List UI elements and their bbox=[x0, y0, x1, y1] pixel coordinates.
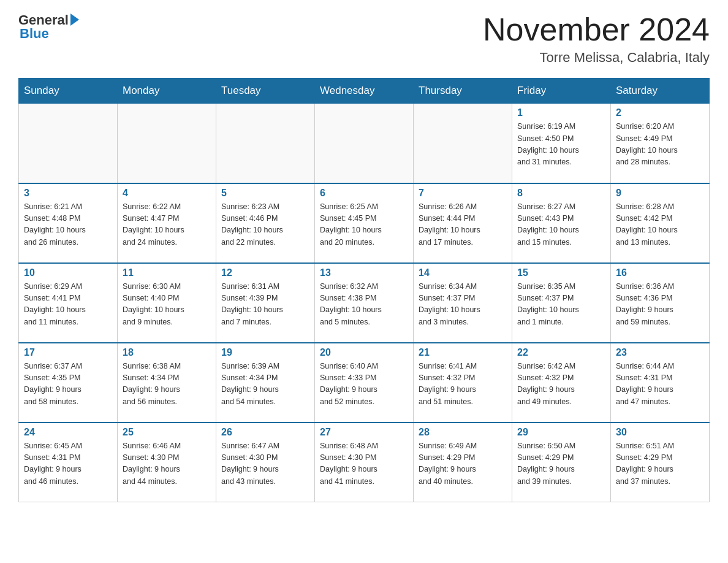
day-number: 11 bbox=[123, 267, 211, 278]
day-info: Sunrise: 6:26 AM Sunset: 4:44 PM Dayligh… bbox=[419, 201, 507, 249]
day-info: Sunrise: 6:48 AM Sunset: 4:30 PM Dayligh… bbox=[320, 440, 408, 488]
day-info: Sunrise: 6:37 AM Sunset: 4:35 PM Dayligh… bbox=[24, 361, 112, 408]
logo-blue: Blue bbox=[18, 26, 49, 42]
header: General Blue November 2024 Torre Melissa… bbox=[18, 12, 710, 66]
calendar-subtitle: Torre Melissa, Calabria, Italy bbox=[483, 50, 710, 66]
day-info: Sunrise: 6:23 AM Sunset: 4:46 PM Dayligh… bbox=[221, 201, 309, 249]
calendar-cell: 11Sunrise: 6:30 AM Sunset: 4:40 PM Dayli… bbox=[118, 263, 216, 343]
calendar-cell: 27Sunrise: 6:48 AM Sunset: 4:30 PM Dayli… bbox=[315, 423, 414, 502]
calendar-cell: 10Sunrise: 6:29 AM Sunset: 4:41 PM Dayli… bbox=[19, 263, 118, 343]
day-info: Sunrise: 6:36 AM Sunset: 4:36 PM Dayligh… bbox=[616, 281, 704, 329]
header-tuesday: Tuesday bbox=[216, 79, 315, 104]
day-number: 15 bbox=[517, 267, 605, 278]
calendar-cell bbox=[414, 104, 512, 183]
header-thursday: Thursday bbox=[414, 79, 512, 104]
calendar-cell: 28Sunrise: 6:49 AM Sunset: 4:29 PM Dayli… bbox=[414, 423, 512, 502]
calendar-cell: 6Sunrise: 6:25 AM Sunset: 4:45 PM Daylig… bbox=[315, 183, 414, 263]
day-number: 24 bbox=[24, 427, 112, 438]
page: General Blue November 2024 Torre Melissa… bbox=[0, 0, 728, 515]
calendar-cell bbox=[315, 104, 414, 183]
day-info: Sunrise: 6:45 AM Sunset: 4:31 PM Dayligh… bbox=[24, 440, 112, 488]
day-info: Sunrise: 6:21 AM Sunset: 4:48 PM Dayligh… bbox=[24, 201, 112, 249]
logo-arrow bbox=[70, 13, 79, 26]
calendar-cell: 12Sunrise: 6:31 AM Sunset: 4:39 PM Dayli… bbox=[216, 263, 315, 343]
day-info: Sunrise: 6:42 AM Sunset: 4:32 PM Dayligh… bbox=[517, 361, 605, 408]
day-info: Sunrise: 6:31 AM Sunset: 4:39 PM Dayligh… bbox=[221, 281, 309, 329]
day-number: 20 bbox=[320, 347, 408, 358]
day-number: 27 bbox=[320, 427, 408, 438]
calendar-cell: 23Sunrise: 6:44 AM Sunset: 4:31 PM Dayli… bbox=[611, 343, 710, 423]
day-info: Sunrise: 6:22 AM Sunset: 4:47 PM Dayligh… bbox=[123, 201, 211, 249]
day-number: 23 bbox=[616, 347, 704, 358]
calendar-cell: 5Sunrise: 6:23 AM Sunset: 4:46 PM Daylig… bbox=[216, 183, 315, 263]
calendar-cell bbox=[216, 104, 315, 183]
title-block: November 2024 Torre Melissa, Calabria, I… bbox=[483, 12, 710, 66]
calendar-cell: 16Sunrise: 6:36 AM Sunset: 4:36 PM Dayli… bbox=[611, 263, 710, 343]
day-number: 10 bbox=[24, 267, 112, 278]
calendar-cell: 15Sunrise: 6:35 AM Sunset: 4:37 PM Dayli… bbox=[512, 263, 611, 343]
calendar-week-row: 24Sunrise: 6:45 AM Sunset: 4:31 PM Dayli… bbox=[19, 423, 710, 502]
calendar-cell bbox=[118, 104, 216, 183]
day-info: Sunrise: 6:32 AM Sunset: 4:38 PM Dayligh… bbox=[320, 281, 408, 329]
calendar-cell: 1Sunrise: 6:19 AM Sunset: 4:50 PM Daylig… bbox=[512, 104, 611, 183]
calendar-cell: 8Sunrise: 6:27 AM Sunset: 4:43 PM Daylig… bbox=[512, 183, 611, 263]
day-number: 28 bbox=[419, 427, 507, 438]
calendar-cell: 17Sunrise: 6:37 AM Sunset: 4:35 PM Dayli… bbox=[19, 343, 118, 423]
day-info: Sunrise: 6:46 AM Sunset: 4:30 PM Dayligh… bbox=[123, 440, 211, 488]
calendar-week-row: 3Sunrise: 6:21 AM Sunset: 4:48 PM Daylig… bbox=[19, 183, 710, 263]
calendar-cell: 26Sunrise: 6:47 AM Sunset: 4:30 PM Dayli… bbox=[216, 423, 315, 502]
day-number: 12 bbox=[221, 267, 309, 278]
day-number: 22 bbox=[517, 347, 605, 358]
day-number: 3 bbox=[24, 188, 112, 199]
calendar-week-row: 1Sunrise: 6:19 AM Sunset: 4:50 PM Daylig… bbox=[19, 104, 710, 183]
day-info: Sunrise: 6:35 AM Sunset: 4:37 PM Dayligh… bbox=[517, 281, 605, 329]
calendar-cell: 25Sunrise: 6:46 AM Sunset: 4:30 PM Dayli… bbox=[118, 423, 216, 502]
day-number: 13 bbox=[320, 267, 408, 278]
calendar-cell: 24Sunrise: 6:45 AM Sunset: 4:31 PM Dayli… bbox=[19, 423, 118, 502]
calendar-cell: 18Sunrise: 6:38 AM Sunset: 4:34 PM Dayli… bbox=[118, 343, 216, 423]
day-info: Sunrise: 6:25 AM Sunset: 4:45 PM Dayligh… bbox=[320, 201, 408, 249]
day-info: Sunrise: 6:50 AM Sunset: 4:29 PM Dayligh… bbox=[517, 440, 605, 488]
day-number: 16 bbox=[616, 267, 704, 278]
day-number: 2 bbox=[616, 107, 704, 118]
day-number: 1 bbox=[517, 107, 605, 118]
calendar-cell: 19Sunrise: 6:39 AM Sunset: 4:34 PM Dayli… bbox=[216, 343, 315, 423]
calendar-cell: 14Sunrise: 6:34 AM Sunset: 4:37 PM Dayli… bbox=[414, 263, 512, 343]
day-info: Sunrise: 6:39 AM Sunset: 4:34 PM Dayligh… bbox=[221, 361, 309, 408]
day-info: Sunrise: 6:34 AM Sunset: 4:37 PM Dayligh… bbox=[419, 281, 507, 329]
day-number: 19 bbox=[221, 347, 309, 358]
day-number: 26 bbox=[221, 427, 309, 438]
header-saturday: Saturday bbox=[611, 79, 710, 104]
calendar-cell: 13Sunrise: 6:32 AM Sunset: 4:38 PM Dayli… bbox=[315, 263, 414, 343]
calendar-cell: 2Sunrise: 6:20 AM Sunset: 4:49 PM Daylig… bbox=[611, 104, 710, 183]
day-number: 25 bbox=[123, 427, 211, 438]
day-info: Sunrise: 6:29 AM Sunset: 4:41 PM Dayligh… bbox=[24, 281, 112, 329]
calendar-cell bbox=[19, 104, 118, 183]
day-info: Sunrise: 6:30 AM Sunset: 4:40 PM Dayligh… bbox=[123, 281, 211, 329]
day-info: Sunrise: 6:49 AM Sunset: 4:29 PM Dayligh… bbox=[419, 440, 507, 488]
day-info: Sunrise: 6:51 AM Sunset: 4:29 PM Dayligh… bbox=[616, 440, 704, 488]
day-number: 5 bbox=[221, 188, 309, 199]
calendar-cell: 29Sunrise: 6:50 AM Sunset: 4:29 PM Dayli… bbox=[512, 423, 611, 502]
day-number: 18 bbox=[123, 347, 211, 358]
logo: General Blue bbox=[18, 12, 79, 42]
day-number: 7 bbox=[419, 188, 507, 199]
day-number: 4 bbox=[123, 188, 211, 199]
day-info: Sunrise: 6:40 AM Sunset: 4:33 PM Dayligh… bbox=[320, 361, 408, 408]
calendar-cell: 22Sunrise: 6:42 AM Sunset: 4:32 PM Dayli… bbox=[512, 343, 611, 423]
calendar-cell: 9Sunrise: 6:28 AM Sunset: 4:42 PM Daylig… bbox=[611, 183, 710, 263]
calendar-cell: 7Sunrise: 6:26 AM Sunset: 4:44 PM Daylig… bbox=[414, 183, 512, 263]
day-number: 6 bbox=[320, 188, 408, 199]
calendar-table: Sunday Monday Tuesday Wednesday Thursday… bbox=[18, 78, 710, 502]
day-number: 9 bbox=[616, 188, 704, 199]
calendar-week-row: 10Sunrise: 6:29 AM Sunset: 4:41 PM Dayli… bbox=[19, 263, 710, 343]
day-info: Sunrise: 6:41 AM Sunset: 4:32 PM Dayligh… bbox=[419, 361, 507, 408]
day-number: 29 bbox=[517, 427, 605, 438]
day-info: Sunrise: 6:27 AM Sunset: 4:43 PM Dayligh… bbox=[517, 201, 605, 249]
weekday-header-row: Sunday Monday Tuesday Wednesday Thursday… bbox=[19, 79, 710, 104]
day-number: 21 bbox=[419, 347, 507, 358]
header-monday: Monday bbox=[118, 79, 216, 104]
day-info: Sunrise: 6:38 AM Sunset: 4:34 PM Dayligh… bbox=[123, 361, 211, 408]
day-number: 8 bbox=[517, 188, 605, 199]
calendar-week-row: 17Sunrise: 6:37 AM Sunset: 4:35 PM Dayli… bbox=[19, 343, 710, 423]
